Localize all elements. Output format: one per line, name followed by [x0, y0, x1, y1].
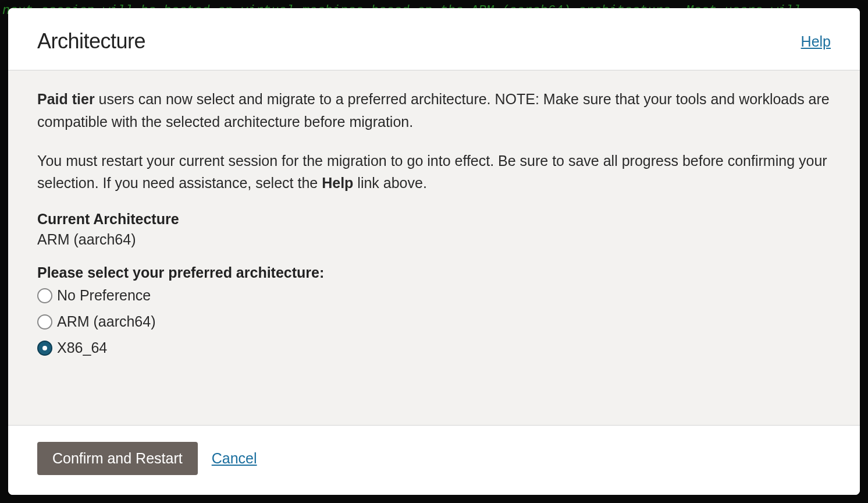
confirm-restart-button[interactable]: Confirm and Restart	[37, 442, 198, 475]
info-paragraph-1: Paid tier users can now select and migra…	[37, 88, 831, 133]
help-strong: Help	[322, 175, 353, 191]
dialog-header: Architecture Help	[8, 8, 860, 70]
radio-option-x86-64[interactable]: X86_64	[37, 339, 831, 356]
preferred-architecture-section: Please select your preferred architectur…	[37, 264, 831, 356]
paragraph1-rest: users can now select and migrate to a pr…	[37, 91, 830, 130]
select-heading: Please select your preferred architectur…	[37, 264, 831, 281]
dialog-body: Paid tier users can now select and migra…	[8, 70, 860, 425]
dialog-footer: Confirm and Restart Cancel	[8, 425, 860, 495]
radio-label: No Preference	[57, 287, 151, 304]
paragraph2-pre: You must restart your current session fo…	[37, 153, 827, 192]
paragraph2-post: link above.	[353, 175, 426, 191]
radio-label: ARM (aarch64)	[57, 313, 156, 330]
radio-icon	[37, 288, 52, 303]
current-architecture-section: Current Architecture ARM (aarch64)	[37, 211, 831, 248]
current-arch-heading: Current Architecture	[37, 211, 831, 228]
dialog-title: Architecture	[37, 29, 145, 54]
help-link[interactable]: Help	[801, 33, 831, 50]
current-arch-value: ARM (aarch64)	[37, 231, 831, 248]
architecture-radio-group: No Preference ARM (aarch64) X86_64	[37, 287, 831, 356]
info-paragraph-2: You must restart your current session fo…	[37, 150, 831, 195]
radio-icon	[37, 341, 52, 356]
cancel-button[interactable]: Cancel	[212, 450, 257, 467]
paid-tier-strong: Paid tier	[37, 91, 95, 107]
radio-option-arm[interactable]: ARM (aarch64)	[37, 313, 831, 330]
radio-label: X86_64	[57, 339, 107, 356]
radio-icon	[37, 314, 52, 330]
radio-option-no-preference[interactable]: No Preference	[37, 287, 831, 304]
architecture-dialog: Architecture Help Paid tier users can no…	[8, 8, 860, 495]
